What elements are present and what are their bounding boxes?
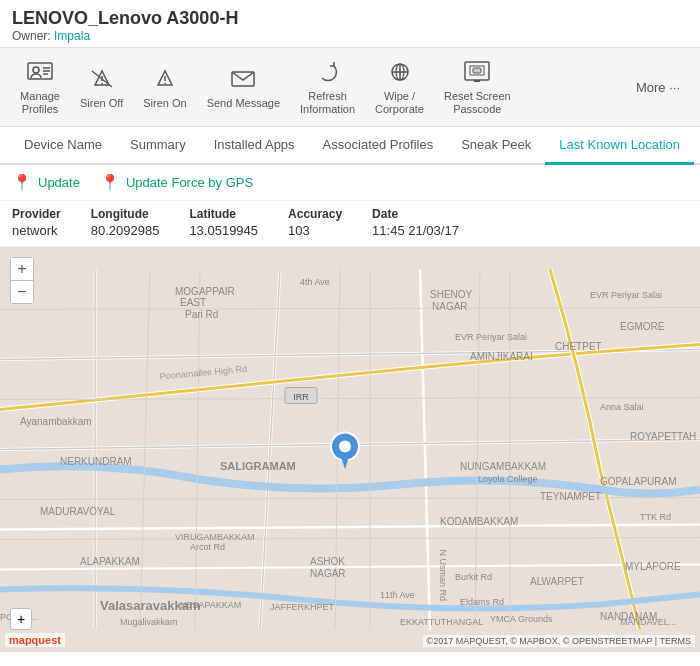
wipe-label: Wipe /Corporate [375,90,424,116]
latitude-col: Latitude 13.0519945 [189,207,258,238]
more-label: More ··· [636,80,680,95]
siren-on-label: Siren On [143,97,186,110]
svg-text:NAGAR: NAGAR [310,568,346,579]
device-header: LENOVO_Lenovo A3000-H Owner: Impala [0,0,700,48]
svg-text:ROYAPETTAH: ROYAPETTAH [630,431,696,442]
svg-text:VIRUGAMBAKKAM: VIRUGAMBAKKAM [175,532,255,542]
svg-text:MOGAPPAIR: MOGAPPAIR [175,286,235,297]
tabs-bar: Device Name Summary Installed Apps Assoc… [0,127,700,165]
map-zoom-controls: + − [10,257,34,304]
svg-text:ALWARPET: ALWARPET [530,576,584,587]
device-title: LENOVO_Lenovo A3000-H [12,8,688,29]
toolbar-send-message[interactable]: Send Message [197,61,290,114]
owner-link[interactable]: Impala [54,29,90,43]
svg-text:TEYNAMPET: TEYNAMPET [540,491,601,502]
svg-text:GOPALAPURAM: GOPALAPURAM [600,476,677,487]
svg-text:MYLAPORE: MYLAPORE [625,561,681,572]
svg-point-11 [164,82,166,84]
svg-text:ALAPAKKAM: ALAPAKKAM [80,556,140,567]
update-gps-pin-icon: 📍 [100,173,120,192]
svg-text:MANDAVEL...: MANDAVEL... [620,617,676,627]
map-attribution: ©2017 MAPQUEST, © MAPBOX, © OPENSTREETMA… [423,635,695,647]
zoom-out-button[interactable]: − [11,281,33,303]
toolbar-more[interactable]: More ··· [626,76,690,99]
update-label: Update [38,175,80,190]
update-button[interactable]: 📍 Update [12,173,80,192]
latitude-value: 13.0519945 [189,223,258,238]
tab-last-known-location[interactable]: Last Known Location [545,127,694,165]
map-expand-button[interactable]: + [10,608,32,630]
svg-text:Mugalivakkam: Mugalivakkam [120,617,178,627]
provider-header: Provider [12,207,61,221]
siren-on-icon [149,65,181,93]
location-data: Provider network Longitude 80.2092985 La… [0,201,700,247]
longitude-col: Longitude 80.2092985 [91,207,160,238]
svg-text:Anna Salai: Anna Salai [600,402,644,412]
date-value: 11:45 21/03/17 [372,223,459,238]
date-header: Date [372,207,459,221]
svg-text:Loyola College: Loyola College [478,474,538,484]
refresh-icon [312,58,344,86]
svg-text:TTK Rd: TTK Rd [640,512,671,522]
date-col: Date 11:45 21/03/17 [372,207,459,238]
toolbar: ManageProfiles Siren Off Siren On [0,48,700,127]
latitude-header: Latitude [189,207,258,221]
svg-point-1 [33,67,39,73]
svg-text:Arcot Rd: Arcot Rd [190,542,225,552]
svg-text:Eldams Rd: Eldams Rd [460,597,504,607]
device-owner: Owner: Impala [12,29,688,43]
map-container[interactable]: IRR MOGAPPAIR EAST Pari Rd SHENOY NAGAR … [0,247,700,652]
longitude-header: Longitude [91,207,160,221]
toolbar-wipe-corporate[interactable]: Wipe /Corporate [365,54,434,120]
svg-point-7 [101,82,103,84]
manage-profiles-label: ManageProfiles [20,90,60,116]
update-gps-label: Update Force by GPS [126,175,253,190]
toolbar-refresh-info[interactable]: RefreshInformation [290,54,365,120]
svg-point-91 [339,441,351,453]
svg-text:Ayanambakkam: Ayanambakkam [20,416,92,427]
svg-text:SHENOY: SHENOY [430,289,473,300]
siren-off-icon [86,65,118,93]
location-controls: 📍 Update 📍 Update Force by GPS [0,165,700,201]
reset-screen-icon [461,58,493,86]
svg-text:AMINJIKARAI: AMINJIKARAI [470,351,533,362]
toolbar-manage-profiles[interactable]: ManageProfiles [10,54,70,120]
toolbar-siren-on[interactable]: Siren On [133,61,196,114]
send-message-icon [227,65,259,93]
svg-text:Pari Rd: Pari Rd [185,309,218,320]
owner-label: Owner: [12,29,51,43]
mapquest-logo-text: mapquest [9,634,61,646]
svg-text:11th Ave: 11th Ave [380,590,415,600]
tab-groups[interactable]: Groups [694,127,700,165]
update-pin-icon: 📍 [12,173,32,192]
svg-text:IRR: IRR [293,392,309,402]
tab-device-name[interactable]: Device Name [10,127,116,165]
tab-sneak-peek[interactable]: Sneak Peek [447,127,545,165]
longitude-value: 80.2092985 [91,223,160,238]
accuracy-header: Accuracy [288,207,342,221]
svg-text:EGMORE: EGMORE [620,321,665,332]
toolbar-reset-screen[interactable]: Reset ScreenPasscode [434,54,521,120]
svg-text:EVR Periyar Salai: EVR Periyar Salai [590,290,662,300]
tab-installed-apps[interactable]: Installed Apps [200,127,309,165]
svg-text:MADURAVOYAL: MADURAVOYAL [40,506,116,517]
svg-text:JAFFERKHPET: JAFFERKHPET [270,602,335,612]
svg-text:EVR Periyar Salai: EVR Periyar Salai [455,332,527,342]
mapquest-logo: mapquest [5,633,65,647]
refresh-info-label: RefreshInformation [300,90,355,116]
tab-summary[interactable]: Summary [116,127,200,165]
svg-text:EKKATTUTHANGAL: EKKATTUTHANGAL [400,617,483,627]
svg-text:EAST: EAST [180,297,206,308]
tab-associated-profiles[interactable]: Associated Profiles [309,127,448,165]
accuracy-col: Accuracy 103 [288,207,342,238]
svg-text:CHETPET: CHETPET [555,341,602,352]
reset-screen-label: Reset ScreenPasscode [444,90,511,116]
wipe-icon [384,58,416,86]
zoom-in-button[interactable]: + [11,258,33,280]
update-gps-button[interactable]: 📍 Update Force by GPS [100,173,253,192]
svg-text:4th Ave: 4th Ave [300,277,330,287]
svg-rect-21 [473,68,481,73]
map-svg: IRR MOGAPPAIR EAST Pari Rd SHENOY NAGAR … [0,247,700,652]
toolbar-siren-off[interactable]: Siren Off [70,61,133,114]
send-message-label: Send Message [207,97,280,110]
